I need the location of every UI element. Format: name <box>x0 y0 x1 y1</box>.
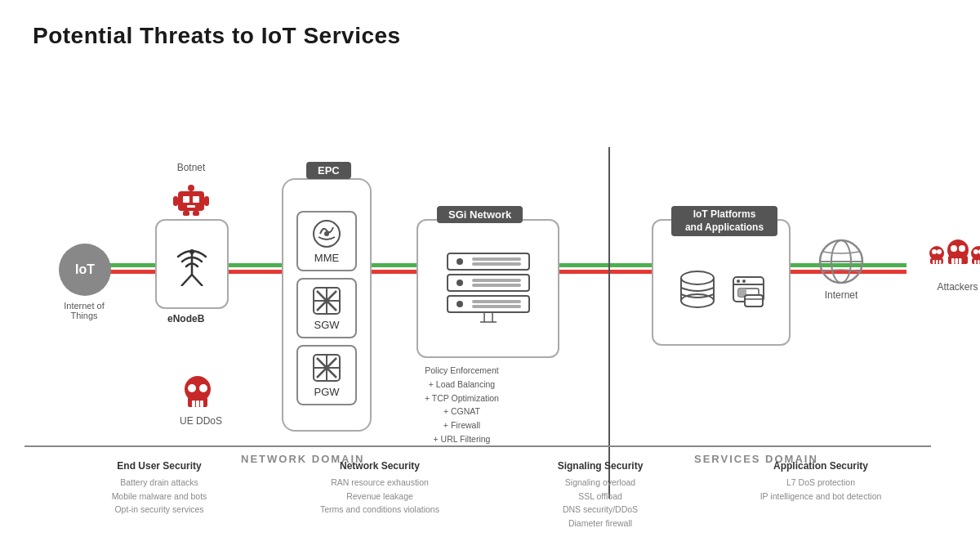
sgi-policy: Policy Enforcement + Load Balancing + TC… <box>425 364 499 446</box>
iot-platform-tag: IoT Platformsand Applications <box>671 206 777 236</box>
security-section-signaling: Signaling Security Signaling overload SS… <box>490 460 710 530</box>
security-section-application: Application Security L7 DoS protection I… <box>710 460 931 530</box>
security-sections: End User Security Battery drain attacks … <box>49 460 931 530</box>
diagram-area: IoT Internet ofThings Botnet <box>24 74 956 537</box>
iot-node: IoT <box>59 244 111 296</box>
sgi-tag: SGi Network <box>437 206 523 223</box>
svg-rect-9 <box>193 211 199 216</box>
attackers-icon <box>927 235 980 278</box>
sgi-node <box>416 219 559 358</box>
signaling-security-title: Signaling Security <box>497 460 704 472</box>
svg-point-20 <box>189 249 194 254</box>
svg-rect-82 <box>974 260 977 264</box>
epc-tag: EPC <box>306 162 351 179</box>
svg-point-22 <box>324 231 329 236</box>
svg-rect-36 <box>472 262 521 266</box>
botnet-node: Botnet <box>170 162 212 219</box>
pgw-label: PGW <box>314 386 339 398</box>
svg-rect-0 <box>178 191 204 211</box>
mme-box: MME <box>296 211 357 271</box>
database-icon <box>675 268 720 313</box>
svg-point-67 <box>959 245 965 252</box>
svg-rect-43 <box>472 300 521 303</box>
svg-line-19 <box>192 275 203 286</box>
svg-line-18 <box>181 275 192 286</box>
sgw-label: SGW <box>314 319 339 331</box>
svg-point-12 <box>188 384 196 392</box>
signaling-security-items: Signaling overload SSL offload DNS secur… <box>497 476 704 530</box>
security-section-end-user: End User Security Battery drain attacks … <box>49 460 270 530</box>
svg-point-73 <box>932 249 937 254</box>
server-rack-icon <box>439 250 537 324</box>
end-user-security-items: Battery drain attacks Mobile malware and… <box>56 476 263 517</box>
botnet-robot-icon <box>170 177 212 219</box>
svg-rect-83 <box>978 260 980 264</box>
svg-point-38 <box>457 280 463 286</box>
mme-label: MME <box>314 252 339 264</box>
svg-rect-75 <box>933 260 935 264</box>
network-security-items: RAN resource exhaustion Revenue leakage … <box>276 476 483 517</box>
sgw-box: SGW <box>296 278 357 338</box>
network-security-title: Network Security <box>276 460 483 472</box>
svg-rect-77 <box>939 260 942 264</box>
pgw-icon <box>312 353 341 383</box>
svg-rect-59 <box>745 295 763 307</box>
attackers-label: Attackers <box>927 281 980 293</box>
svg-rect-44 <box>472 305 521 308</box>
security-section-network: Network Security RAN resource exhaustion… <box>270 460 490 530</box>
main-container: Potential Threats to IoT Services IoT In… <box>0 0 980 537</box>
ue-ddos-label: UE DDoS <box>180 415 222 427</box>
enodeb-icon <box>170 242 214 286</box>
svg-point-56 <box>742 280 746 283</box>
browser-icon <box>730 272 767 309</box>
epc-node: MME SGW <box>282 178 372 432</box>
svg-rect-14 <box>192 401 195 407</box>
svg-point-55 <box>737 280 740 283</box>
svg-rect-40 <box>472 284 521 287</box>
svg-rect-16 <box>200 401 203 407</box>
sgw-icon <box>312 286 341 315</box>
svg-point-42 <box>457 301 463 307</box>
svg-rect-1 <box>183 196 189 203</box>
svg-rect-15 <box>196 401 199 407</box>
svg-point-66 <box>951 245 957 252</box>
svg-rect-39 <box>472 279 521 282</box>
svg-rect-69 <box>956 258 959 264</box>
mme-icon <box>312 219 341 248</box>
svg-rect-6 <box>173 196 178 206</box>
application-security-items: L7 DoS protection IP intelligence and bo… <box>717 476 924 503</box>
svg-rect-68 <box>951 258 955 264</box>
svg-point-80 <box>973 249 978 254</box>
svg-point-13 <box>199 384 207 392</box>
svg-rect-70 <box>959 258 962 264</box>
eNodeB-label: eNodeB <box>167 313 204 324</box>
svg-point-48 <box>681 271 714 284</box>
svg-rect-2 <box>193 196 199 203</box>
attackers-node: Attackers <box>927 235 980 293</box>
ue-ddos-node: UE DDoS <box>180 374 222 427</box>
svg-point-34 <box>457 258 463 265</box>
botnet-label: Botnet <box>170 162 212 173</box>
internet-label: Internet <box>817 289 866 301</box>
iot-platform-node <box>652 219 791 346</box>
bottom-divider <box>24 445 931 447</box>
globe-icon <box>817 237 866 286</box>
svg-rect-8 <box>183 211 189 216</box>
page-title: Potential Threats to IoT Services <box>0 0 980 49</box>
svg-rect-76 <box>936 260 938 264</box>
pgw-box: PGW <box>296 345 357 405</box>
eNodeB-node <box>155 219 229 309</box>
application-security-title: Application Security <box>717 460 924 472</box>
svg-rect-7 <box>204 196 209 206</box>
svg-rect-35 <box>472 257 521 261</box>
iot-label: Internet ofThings <box>47 301 121 320</box>
svg-rect-3 <box>187 205 195 208</box>
skull-icon <box>180 374 216 412</box>
internet-node: Internet <box>817 237 866 301</box>
svg-point-74 <box>937 249 942 254</box>
end-user-security-title: End User Security <box>56 460 263 472</box>
